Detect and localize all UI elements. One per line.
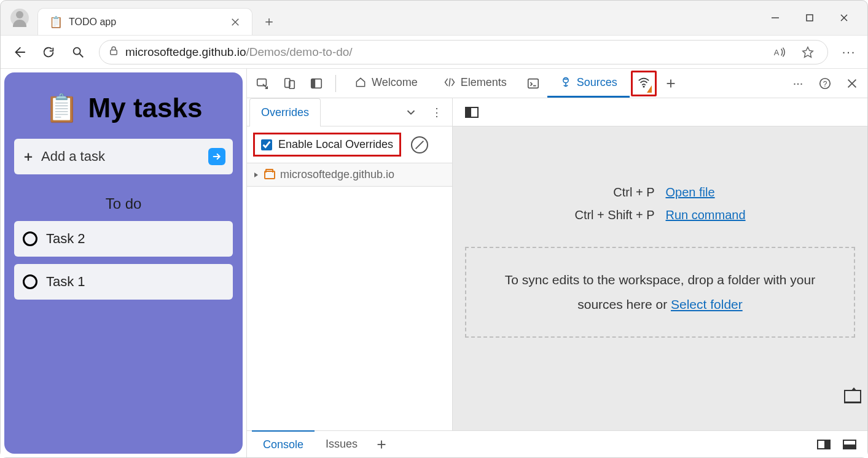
tab-close-button[interactable] [227, 14, 243, 30]
overrides-tree-item[interactable]: microsoftedge.github.io [247, 163, 452, 187]
inspect-element-button[interactable] [249, 71, 275, 96]
search-button[interactable] [65, 39, 92, 66]
new-tab-button[interactable]: ＋ [257, 10, 281, 33]
device-emulation-button[interactable] [276, 71, 302, 96]
shortcut-hints: Ctrl + P Open file Ctrl + Shift + P Run … [536, 126, 784, 222]
profile-avatar[interactable] [10, 9, 29, 27]
svg-line-3 [80, 53, 84, 57]
devtools-panel: Welcome Elements Sources [246, 69, 867, 457]
titlebar: 📋 TODO app ＋ [1, 1, 867, 35]
devtools-menu-button[interactable]: ··· [785, 71, 811, 96]
favorite-button[interactable] [797, 41, 819, 63]
minimize-button[interactable] [758, 6, 792, 30]
warning-triangle-icon [647, 85, 652, 93]
window-controls [758, 6, 861, 30]
address-bar[interactable]: microsoftedge.github.io/Demos/demo-to-do… [99, 40, 828, 64]
sources-editor-area: Ctrl + P Open file Ctrl + Shift + P Run … [453, 98, 867, 430]
navigator-more-tabs-button[interactable] [398, 99, 424, 125]
tab-label: Welcome [372, 76, 418, 89]
open-file-link[interactable]: Open file [666, 185, 785, 200]
add-task-submit-button[interactable] [208, 148, 225, 165]
tab-overrides[interactable]: Overrides [249, 98, 321, 126]
drawer-tab-issues[interactable]: Issues [315, 431, 369, 458]
toggle-navigator-button[interactable] [459, 99, 485, 125]
tab-elements[interactable]: Elements [431, 69, 519, 98]
drawer-add-tab-button[interactable] [369, 432, 394, 457]
task-item[interactable]: Task 1 [14, 264, 233, 300]
browser-window: 📋 TODO app ＋ microsof [0, 0, 868, 458]
editor-toolbar [453, 98, 867, 126]
svg-rect-4 [111, 50, 117, 55]
devtools-drawer-tabstrip: Console Issues [247, 430, 867, 457]
sources-navigator: Overrides ⋮ Enable Local Overrides [247, 98, 453, 430]
todo-app: 📋 My tasks ＋ Add a task To do Task 2 [4, 72, 243, 454]
tab-sources[interactable]: Sources [547, 69, 630, 98]
enable-local-overrides-label: Enable Local Overrides [278, 138, 393, 151]
maximize-button[interactable] [792, 6, 827, 30]
overrides-toolbar: Enable Local Overrides [247, 126, 452, 163]
enable-local-overrides-checkbox[interactable]: Enable Local Overrides [253, 133, 401, 157]
section-heading: To do [9, 195, 238, 212]
svg-point-15 [643, 85, 644, 87]
navigator-menu-button[interactable]: ⋮ [424, 99, 450, 125]
browser-menu-button[interactable]: ··· [835, 39, 862, 66]
add-task-placeholder: Add a task [41, 149, 202, 165]
tab-favicon-icon: 📋 [49, 15, 63, 29]
back-button[interactable] [6, 39, 33, 66]
dropzone-text: To sync edits to the workspace, drop a f… [505, 273, 815, 311]
svg-rect-6 [257, 79, 267, 85]
close-window-button[interactable] [827, 6, 861, 30]
tab-welcome[interactable]: Welcome [342, 69, 430, 98]
navbar: microsoftedge.github.io/Demos/demo-to-do… [1, 35, 867, 68]
tab-label: Elements [461, 76, 507, 89]
clear-overrides-button[interactable] [411, 136, 428, 153]
tab-label: Sources [577, 76, 617, 89]
add-task-input[interactable]: ＋ Add a task [14, 139, 233, 174]
app-title: My tasks [88, 93, 203, 123]
task-label: Task 2 [46, 231, 85, 247]
show-console-drawer-button[interactable] [844, 390, 861, 403]
shortcut-keys: Ctrl + P [536, 185, 655, 200]
clipboard-icon: 📋 [45, 92, 79, 124]
svg-point-2 [74, 47, 80, 54]
dock-bottom-icon[interactable] [843, 440, 856, 449]
select-folder-link[interactable]: Select folder [671, 297, 743, 311]
url-path: /Demos/demo-to-do/ [246, 45, 352, 58]
plus-icon: ＋ [22, 147, 35, 166]
svg-rect-11 [528, 79, 539, 88]
tab-console-icon[interactable] [520, 71, 546, 96]
refresh-button[interactable] [35, 39, 62, 66]
folder-icon [264, 171, 275, 179]
more-tabs-button[interactable] [658, 71, 684, 96]
url-text: microsoftedge.github.io/Demos/demo-to-do… [125, 45, 353, 59]
run-command-link[interactable]: Run command [666, 208, 785, 222]
svg-text:A: A [774, 47, 780, 56]
shortcut-keys: Ctrl + Shift + P [536, 208, 655, 222]
url-host: microsoftedge.github.io [125, 45, 246, 58]
close-devtools-button[interactable] [839, 71, 865, 96]
read-aloud-button[interactable]: A [768, 41, 791, 63]
page-viewport: 📋 My tasks ＋ Add a task To do Task 2 [1, 69, 246, 457]
tab-label: Overrides [261, 106, 309, 119]
tab-title: TODO app [69, 17, 221, 28]
task-label: Task 1 [46, 274, 85, 290]
svg-point-12 [563, 78, 568, 83]
svg-rect-1 [807, 15, 813, 21]
app-header: 📋 My tasks [9, 77, 238, 139]
drawer-tab-console[interactable]: Console [252, 430, 315, 457]
dock-right-icon[interactable] [817, 440, 831, 449]
navigator-tabstrip: Overrides ⋮ [247, 98, 452, 126]
svg-text:?: ? [823, 79, 827, 88]
tree-domain-label: microsoftedge.github.io [280, 168, 394, 181]
workspace-dropzone[interactable]: To sync edits to the workspace, drop a f… [465, 247, 855, 338]
tab-network-icon[interactable] [631, 71, 657, 96]
devtools-tabstrip: Welcome Elements Sources [247, 69, 867, 98]
browser-tab[interactable]: 📋 TODO app [37, 8, 252, 35]
help-button[interactable]: ? [812, 71, 838, 96]
task-checkbox[interactable] [23, 231, 37, 246]
enable-local-overrides-input[interactable] [261, 139, 272, 150]
lock-icon [108, 45, 119, 59]
task-checkbox[interactable] [23, 274, 37, 289]
task-item[interactable]: Task 2 [14, 221, 233, 257]
dock-side-button[interactable] [303, 71, 329, 96]
